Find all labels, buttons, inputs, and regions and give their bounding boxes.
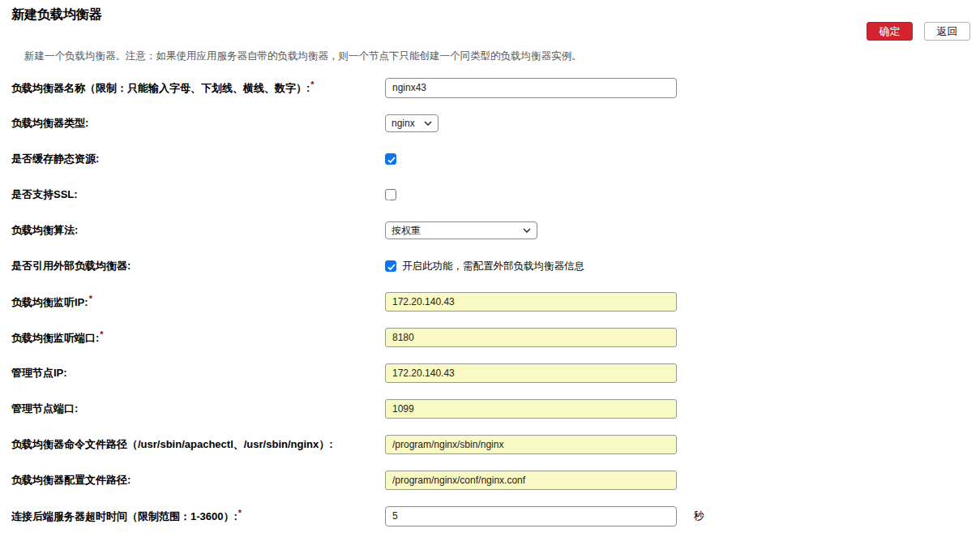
form-row-mgmt-ip: 管理节点IP: [0, 355, 980, 391]
form-row-mgmt-port: 管理节点端口: [0, 391, 980, 427]
select-value: nginx [392, 118, 415, 129]
config-path-input[interactable] [385, 471, 677, 490]
check-icon [387, 264, 396, 271]
form-row-external-lb: 是否引用外部负载均衡器: 开启此功能，需配置外部负载均衡器信息 [0, 248, 980, 284]
label-text: 是否支持SSL: [11, 188, 78, 200]
form-row-name: 负载均衡器名称（限制：只能输入字母、下划线、横线、数字）:* [0, 70, 980, 105]
confirm-button[interactable]: 确定 [867, 22, 913, 41]
create-load-balancer-page: 新建负载均衡器 确定 返回 新建一个负载均衡器。注意：如果使用应用服务器自带的负… [0, 0, 980, 533]
form-row-algorithm: 负载均衡算法: 按权重 [0, 213, 980, 248]
label-text: 负载均衡器名称（限制：只能输入字母、下划线、横线、数字）: [11, 82, 310, 94]
listen-ip-input[interactable] [385, 292, 677, 312]
form-row-cache-static: 是否缓存静态资源: [0, 141, 980, 177]
field-label: 负载均衡器名称（限制：只能输入字母、下划线、横线、数字）:* [11, 80, 385, 96]
field-label: 负载均衡器类型: [11, 116, 385, 131]
chevron-down-icon [424, 121, 432, 126]
label-text: 负载均衡监听端口: [11, 332, 99, 344]
check-icon [386, 194, 394, 201]
field-label: 连接后端服务器超时时间（限制范围：1-3600）:* [11, 508, 385, 524]
label-text: 管理节点IP: [11, 367, 67, 379]
lb-type-select[interactable]: nginx [385, 114, 439, 132]
label-text: 连接后端服务器超时时间（限制范围：1-3600）: [11, 510, 238, 522]
listen-port-input[interactable] [385, 328, 677, 347]
required-asterisk: * [310, 80, 314, 89]
label-text: 管理节点端口: [11, 402, 78, 415]
cache-static-checkbox[interactable] [385, 153, 396, 165]
ssl-checkbox[interactable] [385, 189, 396, 200]
external-lb-note: 开启此功能，需配置外部负载均衡器信息 [402, 260, 584, 273]
form-row-ssl: 是否支持SSL: [0, 177, 980, 213]
select-value: 按权重 [392, 224, 421, 238]
label-text: 负载均衡监听IP: [11, 296, 88, 308]
page-title: 新建负载均衡器 [11, 6, 102, 24]
label-text: 负载均衡器类型: [11, 117, 88, 129]
external-lb-checkbox[interactable] [385, 260, 396, 272]
page-description: 新建一个负载均衡器。注意：如果使用应用服务器自带的负载均衡器，则一个节点下只能创… [24, 49, 964, 63]
check-icon [387, 157, 396, 164]
lb-algorithm-select[interactable]: 按权重 [385, 221, 537, 239]
form-row-type: 负载均衡器类型: nginx [0, 105, 980, 141]
timeout-input[interactable] [385, 506, 677, 527]
lb-name-input[interactable] [385, 78, 677, 98]
toolbar: 确定 返回 [867, 22, 970, 41]
command-path-input[interactable] [385, 435, 677, 454]
form-row-config-path: 负载均衡器配置文件路径: [0, 462, 980, 498]
label-text: 负载均衡算法: [11, 224, 78, 236]
label-text: 是否缓存静态资源: [11, 153, 99, 165]
label-text: 负载均衡器配置文件路径: [11, 474, 131, 486]
required-asterisk: * [238, 508, 242, 518]
field-label: 是否缓存静态资源: [11, 152, 385, 166]
load-balancer-form: 负载均衡器名称（限制：只能输入字母、下划线、横线、数字）:* 负载均衡器类型: … [0, 70, 980, 533]
form-row-command-path: 负载均衡器命令文件路径（/usr/sbin/apachectl、/usr/sbi… [0, 427, 980, 462]
field-label: 管理节点IP: [11, 366, 385, 380]
form-row-timeout: 连接后端服务器超时时间（限制范围：1-3600）:* 秒 [0, 498, 980, 533]
mgmt-ip-input[interactable] [385, 363, 677, 383]
form-row-listen-ip: 负载均衡监听IP:* [0, 284, 980, 320]
field-label: 负载均衡器命令文件路径（/usr/sbin/apachectl、/usr/sbi… [11, 437, 385, 452]
field-label: 负载均衡器配置文件路径: [11, 473, 385, 488]
form-row-listen-port: 负载均衡监听端口:* [0, 320, 980, 355]
field-label: 负载均衡监听端口:* [11, 329, 385, 346]
field-label: 是否支持SSL: [11, 187, 385, 202]
timeout-unit-label: 秒 [694, 509, 704, 523]
field-label: 是否引用外部负载均衡器: [11, 259, 385, 273]
chevron-down-icon [523, 228, 531, 233]
back-button[interactable]: 返回 [924, 22, 970, 41]
field-label: 负载均衡算法: [11, 223, 385, 238]
label-text: 是否引用外部负载均衡器: [11, 260, 131, 272]
field-label: 管理节点端口: [11, 402, 385, 416]
required-asterisk: * [89, 294, 92, 303]
mgmt-port-input[interactable] [385, 399, 677, 419]
required-asterisk: * [100, 329, 103, 339]
field-label: 负载均衡监听IP:* [11, 294, 385, 310]
label-text: 负载均衡器命令文件路径（/usr/sbin/apachectl、/usr/sbi… [11, 438, 333, 450]
